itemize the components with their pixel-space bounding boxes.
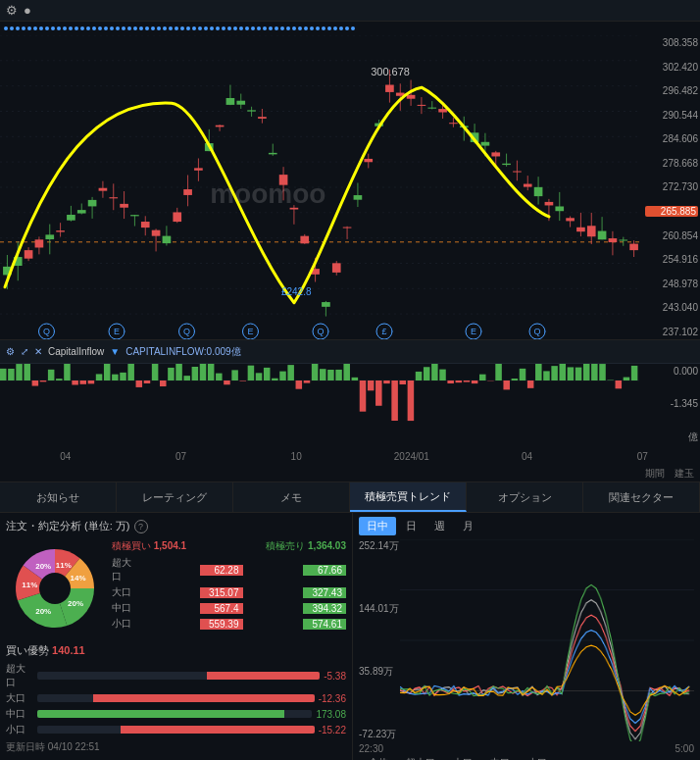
indicator-bar: ⚙ ⤢ ✕ CapitalInflow ▼ CAPITALINFLOW:0.00… bbox=[0, 339, 700, 363]
tab-memo[interactable]: メモ bbox=[233, 482, 350, 512]
flow-sell-val: 67.66 bbox=[303, 565, 346, 576]
legend-item: 全体 bbox=[359, 756, 388, 760]
chart-canvas bbox=[0, 35, 700, 339]
scroll-dot bbox=[233, 26, 237, 30]
flow-row: 中口 567.4 394.32 bbox=[112, 601, 346, 615]
info-icon[interactable]: ? bbox=[134, 520, 148, 533]
vol-axis-unit: 億 bbox=[645, 431, 698, 444]
adv-row: 大口 -12.36 bbox=[6, 691, 346, 705]
scroll-dot bbox=[86, 26, 90, 30]
price-axis: 308.358302.420296.482290.544284.606278.6… bbox=[643, 35, 700, 339]
gear-icon[interactable]: ⚙ bbox=[6, 3, 18, 18]
position-label[interactable]: 建玉 bbox=[675, 467, 694, 481]
bottom-panel: 注文・約定分析 (単位: 万) ? 積極買い 1,504.1 積極売り 1,36… bbox=[0, 513, 700, 760]
scroll-dot bbox=[169, 26, 173, 30]
indicator-close-icon[interactable]: ✕ bbox=[34, 346, 42, 357]
flow-buy-val: 567.4 bbox=[200, 603, 243, 614]
flow-sell-val: 327.43 bbox=[303, 587, 346, 598]
indicator-gear-icon[interactable]: ⚙ bbox=[6, 346, 15, 357]
scroll-dot bbox=[257, 26, 261, 30]
mini-x-right: 5:00 bbox=[675, 743, 694, 754]
scroll-dot bbox=[198, 26, 202, 30]
scroll-dot bbox=[80, 26, 84, 30]
flow-row: 大口 315.07 327.43 bbox=[112, 585, 346, 599]
flow-sell-val: 394.32 bbox=[303, 603, 346, 614]
tab-options[interactable]: オプション bbox=[467, 482, 583, 512]
adv-row: 小口 -15.22 bbox=[6, 723, 346, 736]
top-bar: ⚙ ● bbox=[0, 0, 700, 22]
legend-label: 大口 bbox=[453, 756, 473, 760]
pie-chart bbox=[6, 539, 104, 637]
price-label: 243.040 bbox=[645, 302, 698, 313]
scroll-dot bbox=[345, 26, 349, 30]
period-row: 期間 建玉 bbox=[0, 466, 700, 481]
volume-canvas bbox=[0, 364, 700, 447]
mini-y-neg: -72.23万 bbox=[359, 728, 399, 741]
volume-chart[interactable]: 0.000 -1.345 億 bbox=[0, 363, 700, 446]
circle-icon[interactable]: ● bbox=[24, 3, 31, 18]
scroll-dot bbox=[75, 26, 78, 30]
subtab-month[interactable]: 月 bbox=[455, 517, 481, 535]
subtab-day[interactable]: 日 bbox=[398, 517, 425, 535]
scroll-dot bbox=[110, 26, 114, 30]
scroll-dot bbox=[339, 26, 343, 30]
tab-rating[interactable]: レーティング bbox=[117, 482, 233, 512]
price-label: 272.730 bbox=[645, 181, 698, 192]
scrollbar[interactable] bbox=[0, 22, 700, 35]
scroll-dot bbox=[98, 26, 102, 30]
indicator-expand-icon[interactable]: ⤢ bbox=[21, 346, 28, 357]
scroll-dot bbox=[45, 26, 49, 30]
scroll-dot bbox=[275, 26, 278, 30]
scroll-dot bbox=[27, 26, 31, 30]
tab-active-trade[interactable]: 積極売買トレンド bbox=[350, 482, 467, 512]
indicator-name[interactable]: CapitalInflow bbox=[48, 346, 104, 357]
vol-axis-mid: -1.345 bbox=[645, 398, 698, 409]
flow-buy-header: 積極買い 1,504.1 bbox=[112, 539, 186, 553]
price-label: 308.358 bbox=[645, 37, 698, 48]
flow-table: 積極買い 1,504.1 積極売り 1,364.03 超大口 62.28 67.… bbox=[112, 539, 346, 637]
flow-sell-header: 積極売り 1,364.03 bbox=[266, 539, 346, 553]
price-label: 248.978 bbox=[645, 279, 698, 289]
scroll-dot bbox=[204, 26, 208, 30]
legend-item: 中口 bbox=[480, 756, 510, 760]
scroll-dot bbox=[10, 26, 14, 30]
mini-y-mid: 144.01万 bbox=[359, 602, 399, 616]
scroll-dot bbox=[22, 26, 25, 30]
scroll-dot bbox=[175, 26, 178, 30]
scroll-dot bbox=[286, 26, 290, 30]
scroll-dot bbox=[39, 26, 43, 30]
subtab-intraday[interactable]: 日中 bbox=[359, 517, 396, 535]
flow-row-label: 小口 bbox=[112, 617, 139, 631]
scroll-dot bbox=[322, 26, 325, 30]
flow-rows: 超大口 62.28 67.66大口 315.07 327.43中口 567.4 … bbox=[112, 556, 346, 631]
price-label: 302.420 bbox=[645, 62, 698, 73]
advantage-title: 買い優勢 140.11 bbox=[6, 643, 346, 658]
mini-y-top: 252.14万 bbox=[359, 539, 399, 553]
flow-buy-val: 315.07 bbox=[200, 587, 243, 598]
scroll-dot bbox=[280, 26, 284, 30]
mini-y-low: 35.89万 bbox=[359, 665, 399, 679]
indicator-dropdown-icon[interactable]: ▼ bbox=[110, 346, 120, 357]
legend-label: 超大口 bbox=[406, 756, 435, 760]
price-label: 290.544 bbox=[645, 110, 698, 121]
scroll-dot bbox=[351, 26, 355, 30]
flow-row: 小口 559.39 574.61 bbox=[112, 617, 346, 631]
price-chart[interactable]: 308.358302.420296.482290.544284.606278.6… bbox=[0, 35, 700, 339]
price-label: 284.606 bbox=[645, 133, 698, 144]
adv-rows: 超大口 -5.38大口 -12.36中口 173.08小口 -15.22 bbox=[6, 662, 346, 736]
period-label[interactable]: 期間 bbox=[645, 467, 665, 481]
time-label: 10 bbox=[238, 451, 354, 462]
tab-bar: お知らせレーティングメモ積極売買トレンドオプション関連セクター bbox=[0, 481, 700, 513]
subtab-week[interactable]: 週 bbox=[426, 517, 453, 535]
scroll-dot bbox=[186, 26, 190, 30]
scroll-dot bbox=[139, 26, 143, 30]
legend-item: 大口 bbox=[443, 756, 473, 760]
scroll-dot bbox=[298, 26, 302, 30]
time-label: 07 bbox=[584, 451, 700, 462]
scroll-dot bbox=[69, 26, 73, 30]
scroll-dot bbox=[157, 26, 161, 30]
tab-notify[interactable]: お知らせ bbox=[0, 482, 117, 512]
price-label: 278.668 bbox=[645, 158, 698, 169]
tab-related[interactable]: 関連セクター bbox=[583, 482, 700, 512]
pie-canvas bbox=[6, 539, 104, 637]
